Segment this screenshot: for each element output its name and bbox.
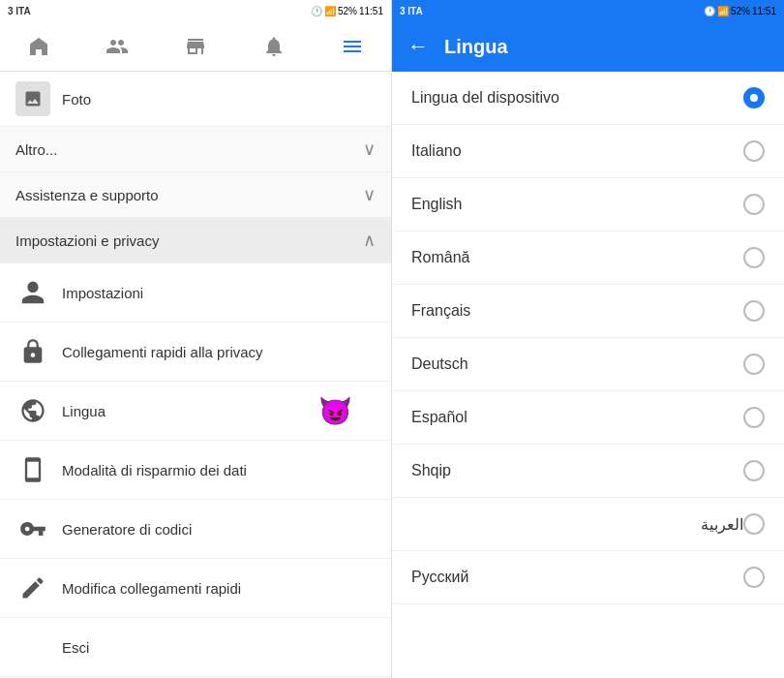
alarm-icon: 🕐: [311, 6, 322, 16]
lang-english-label: English: [411, 196, 743, 213]
nav-bar-left: [0, 21, 391, 72]
foto-item[interactable]: Foto: [0, 72, 391, 127]
left-panel: 3 ITA 🕐 📶 52% 11:51: [0, 0, 392, 678]
marketplace-nav[interactable]: [182, 33, 209, 60]
esci-label: Esci: [62, 639, 376, 656]
right-panel: 3 ITA 🕐 📶 52% 11:51 ← Lingua Lingua del …: [392, 0, 784, 678]
collegamenti-item[interactable]: Collegamenti rapidi alla privacy: [0, 323, 391, 382]
esci-item[interactable]: Esci: [0, 618, 391, 677]
codici-item[interactable]: Generatore di codici: [0, 500, 391, 559]
lock-icon: [15, 334, 50, 369]
risparmio-item[interactable]: Modalità di risparmio dei dati: [0, 441, 391, 500]
foto-icon: [15, 81, 50, 116]
lang-item-espanol[interactable]: Español: [392, 391, 784, 445]
lang-item-russian[interactable]: Русский: [392, 551, 784, 604]
status-icons-left: 🕐 📶 52% 11:51: [311, 6, 383, 16]
lingua-title: Lingua: [444, 36, 508, 58]
friends-nav[interactable]: [104, 33, 131, 60]
assistenza-label: Assistenza e supporto: [15, 187, 363, 203]
lang-espanol-label: Español: [411, 409, 743, 426]
lang-shqip-label: Shqip: [411, 462, 743, 479]
foto-label: Foto: [62, 91, 91, 108]
codici-label: Generatore di codici: [62, 521, 376, 538]
language-list: Lingua del dispositivo Italiano English …: [392, 72, 784, 678]
radio-italiano[interactable]: [743, 140, 765, 162]
phone-icon: [15, 452, 50, 487]
modifica-item[interactable]: Modifica collegamenti rapidi: [0, 559, 391, 618]
lang-arabic-label: العربية: [411, 515, 743, 534]
altro-chevron: ∨: [363, 139, 376, 160]
back-button[interactable]: ←: [407, 34, 429, 59]
time-left: 11:51: [359, 6, 383, 16]
lang-item-device[interactable]: Lingua del dispositivo: [392, 72, 784, 125]
time-right: 11:51: [752, 6, 776, 16]
lang-item-shqip[interactable]: Shqip: [392, 445, 784, 498]
lang-italiano-label: Italiano: [411, 142, 743, 160]
lingua-header: ← Lingua: [392, 21, 784, 72]
altro-section-header[interactable]: Altro... ∨: [0, 127, 391, 172]
collegamenti-label: Collegamenti rapidi alla privacy: [62, 344, 376, 360]
impostazioni-section-chevron: ∧: [363, 230, 376, 251]
radio-espanol[interactable]: [743, 407, 765, 428]
lang-item-english[interactable]: English: [392, 178, 784, 231]
radio-shqip[interactable]: [743, 460, 765, 481]
impostazioni-section-header[interactable]: Impostazioni e privacy ∧: [0, 218, 391, 263]
key-icon: [15, 511, 50, 546]
lang-romana-label: Română: [411, 249, 743, 266]
lang-item-francais[interactable]: Français: [392, 285, 784, 338]
status-bar-left: 3 ITA 🕐 📶 52% 11:51: [0, 0, 391, 21]
impostazioni-item[interactable]: Impostazioni: [0, 263, 391, 323]
altro-label: Altro...: [15, 141, 363, 158]
carrier-right: 3 ITA: [400, 6, 423, 16]
radio-english[interactable]: [743, 194, 765, 215]
risparmio-label: Modalità di risparmio dei dati: [62, 462, 376, 478]
radio-deutsch[interactable]: [743, 354, 765, 375]
impostazioni-section-label: Impostazioni e privacy: [15, 232, 363, 249]
assistenza-chevron: ∨: [363, 184, 376, 205]
lang-item-deutsch[interactable]: Deutsch: [392, 338, 784, 391]
status-bar-right: 3 ITA 🕐 📶 52% 11:51: [392, 0, 784, 21]
radio-arabic[interactable]: [743, 513, 765, 535]
lingua-item[interactable]: Lingua 😈: [0, 382, 391, 441]
battery-left: 52%: [338, 6, 357, 16]
menu-nav[interactable]: [339, 33, 366, 60]
home-nav[interactable]: [25, 33, 52, 60]
person-icon: [15, 275, 50, 310]
impostazioni-label: Impostazioni: [62, 285, 376, 301]
lang-item-italiano[interactable]: Italiano: [392, 125, 784, 178]
lang-item-romana[interactable]: Română: [392, 231, 784, 285]
radio-russian[interactable]: [743, 567, 765, 588]
notifications-nav[interactable]: [260, 33, 287, 60]
pencil-icon: [15, 570, 50, 605]
battery-right: 52%: [731, 6, 750, 16]
radio-device[interactable]: [743, 87, 765, 108]
exit-icon: [15, 630, 50, 664]
alarm-icon-right: 🕐: [704, 6, 715, 16]
status-icons-right: 🕐 📶 52% 11:51: [704, 6, 776, 16]
lang-device-label: Lingua del dispositivo: [411, 89, 743, 107]
assistenza-section-header[interactable]: Assistenza e supporto ∨: [0, 172, 391, 218]
radio-francais[interactable]: [743, 300, 765, 322]
menu-list: Foto Altro... ∨ Assistenza e supporto ∨ …: [0, 72, 391, 678]
carrier-left: 3 ITA: [8, 6, 31, 16]
lang-deutsch-label: Deutsch: [411, 355, 743, 373]
globe-icon: [15, 393, 50, 428]
lang-item-arabic[interactable]: العربية: [392, 498, 784, 551]
signal-icon-right: 📶: [717, 6, 729, 16]
signal-icon: 📶: [324, 6, 336, 16]
devil-emoji: 😈: [318, 395, 352, 427]
radio-romana[interactable]: [743, 247, 765, 268]
modifica-label: Modifica collegamenti rapidi: [62, 580, 376, 597]
lang-francais-label: Français: [411, 302, 743, 320]
lang-russian-label: Русский: [411, 569, 743, 586]
